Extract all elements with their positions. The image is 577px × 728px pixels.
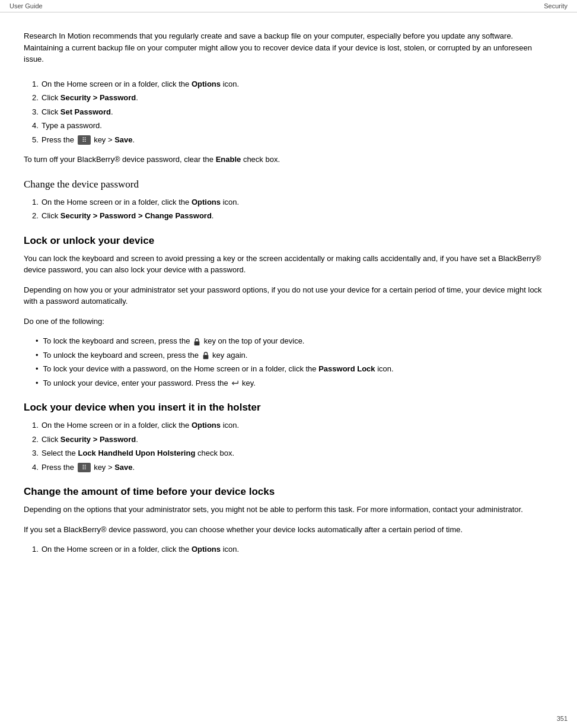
section-title-lock-unlock: Lock or unlock your device [24, 235, 553, 247]
list-item: To unlock your device, enter your passwo… [36, 377, 553, 389]
page-footer: 351 [557, 715, 568, 722]
list-item: 1. On the Home screen or in a folder, cl… [24, 543, 553, 555]
list-item: 1. On the Home screen or in a folder, cl… [24, 78, 553, 90]
menu-key-icon [78, 135, 91, 145]
section-title-change-password: Change the device password [24, 179, 553, 190]
main-content: Research In Motion recommends that you r… [0, 12, 577, 604]
lock-unlock-para-1: You can lock the keyboard and screen to … [24, 253, 553, 276]
intro-section: Research In Motion recommends that you r… [24, 30, 553, 65]
lock-unlock-para-3: Do one of the following: [24, 316, 553, 328]
section-title-change-time: Change the amount of time before your de… [24, 486, 553, 498]
list-item: To lock the keyboard and screen, press t… [36, 335, 553, 347]
list-item: 2. Click Security > Password. [24, 434, 553, 446]
change-time-lock-section: Change the amount of time before your de… [24, 486, 553, 555]
enter-key-icon [231, 379, 239, 387]
list-item: 2. Click Security > Password > Change Pa… [24, 210, 553, 222]
lock-holster-list: 1. On the Home screen or in a folder, cl… [24, 419, 553, 473]
list-item: To lock your device with a password, on … [36, 363, 553, 375]
page-header: User Guide Security [0, 0, 577, 12]
lock-icon-2 [202, 351, 210, 360]
header-left-label: User Guide [9, 2, 43, 9]
header-right-label: Security [544, 2, 568, 9]
set-password-list: 1. On the Home screen or in a folder, cl… [24, 78, 553, 146]
list-item: 4. Press the key > Save. [24, 462, 553, 473]
list-item: 3. Click Set Password. [24, 106, 553, 118]
intro-paragraph: Research In Motion recommends that you r… [24, 30, 553, 65]
list-item: 1. On the Home screen or in a folder, cl… [24, 196, 553, 208]
svg-rect-1 [203, 355, 208, 359]
lock-unlock-bullet-list: To lock the keyboard and screen, press t… [36, 335, 553, 389]
list-item: 1. On the Home screen or in a folder, cl… [24, 419, 553, 431]
change-password-list: 1. On the Home screen or in a folder, cl… [24, 196, 553, 222]
lock-unlock-section: Lock or unlock your device You can lock … [24, 235, 553, 389]
menu-key-icon-2 [78, 463, 91, 472]
page-number: 351 [557, 715, 568, 722]
list-item: 3. Select the Lock Handheld Upon Holster… [24, 447, 553, 459]
lock-holster-section: Lock your device when you insert it in t… [24, 402, 553, 473]
lock-icon [193, 338, 201, 346]
list-item: 4. Type a password. [24, 120, 553, 132]
list-item: To unlock the keyboard and screen, press… [36, 349, 553, 361]
turn-off-note: To turn off your BlackBerry® device pass… [24, 154, 553, 166]
change-time-para-1: Depending on the options that your admin… [24, 504, 553, 516]
change-device-password-section: Change the device password 1. On the Hom… [24, 179, 553, 222]
list-item: 2. Click Security > Password. [24, 92, 553, 104]
set-password-section: 1. On the Home screen or in a folder, cl… [24, 78, 553, 166]
svg-rect-0 [195, 341, 200, 345]
change-time-para-2: If you set a BlackBerry® device password… [24, 524, 553, 536]
change-time-list: 1. On the Home screen or in a folder, cl… [24, 543, 553, 555]
lock-unlock-para-2: Depending on how you or your administrat… [24, 284, 553, 307]
section-title-lock-holster: Lock your device when you insert it in t… [24, 402, 553, 414]
list-item: 5. Press the key > Save. [24, 134, 553, 146]
